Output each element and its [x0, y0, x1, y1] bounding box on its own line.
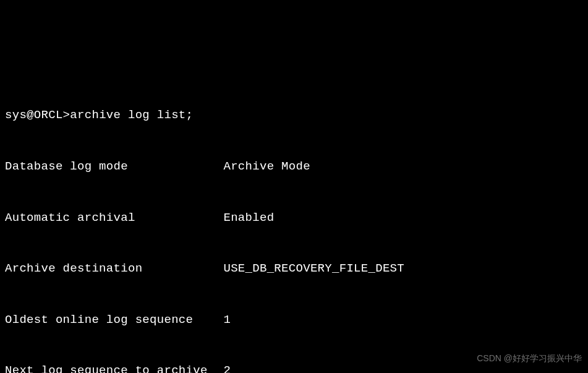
info-label: Automatic archival: [5, 210, 223, 227]
info-value: 2: [223, 362, 231, 373]
terminal-output[interactable]: sys@ORCL>archive log list; Database log …: [5, 73, 583, 373]
info-label: Database log mode: [5, 158, 223, 176]
prompt-line: sys@ORCL>archive log list;: [5, 107, 583, 124]
info-value: 1: [223, 312, 231, 329]
command: archive log list;: [70, 108, 193, 122]
info-label: Oldest online log sequence: [5, 312, 223, 329]
info-value: Enabled: [223, 210, 274, 227]
info-row: Oldest online log sequence1: [5, 312, 583, 329]
info-row: Automatic archivalEnabled: [5, 210, 583, 227]
info-label: Next log sequence to archive: [5, 362, 223, 373]
info-value: USE_DB_RECOVERY_FILE_DEST: [223, 260, 404, 278]
prompt: sys@ORCL>: [5, 108, 70, 122]
info-row: Archive destinationUSE_DB_RECOVERY_FILE_…: [5, 260, 583, 278]
info-row: Database log modeArchive Mode: [5, 158, 583, 176]
watermark: CSDN @好好学习振兴中华: [477, 352, 582, 364]
info-label: Archive destination: [5, 260, 223, 278]
info-value: Archive Mode: [223, 158, 310, 176]
